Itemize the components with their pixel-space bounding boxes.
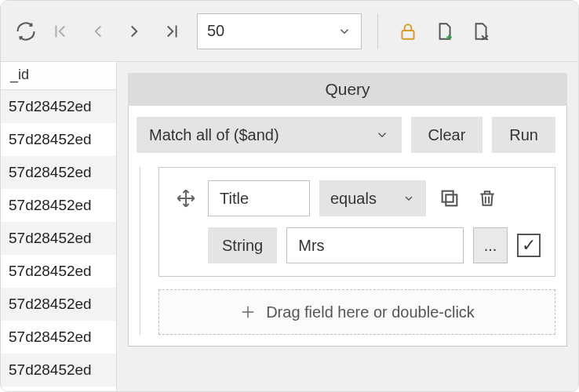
add-document-icon[interactable] xyxy=(430,17,458,45)
delete-icon[interactable] xyxy=(473,184,501,212)
page-size-select[interactable]: 50 xyxy=(197,13,362,49)
table-row[interactable]: 57d28452ed xyxy=(1,123,116,156)
table-row[interactable]: 57d28452ed xyxy=(1,288,116,321)
value-input[interactable]: Mrs xyxy=(286,227,464,263)
query-rule: Title equals xyxy=(158,167,555,277)
duplicate-icon[interactable] xyxy=(435,184,464,212)
refresh-icon[interactable] xyxy=(12,17,40,45)
match-mode-select[interactable]: Match all of ($and) xyxy=(137,117,402,153)
tree-rail xyxy=(137,167,152,335)
operator-label: equals xyxy=(330,190,377,208)
page-size-value: 50 xyxy=(207,22,224,40)
value-type-badge[interactable]: String xyxy=(208,227,277,263)
check-icon: ✓ xyxy=(522,235,536,256)
table-row[interactable]: 57d28452ed xyxy=(1,222,116,255)
table-row[interactable]: 57d28452ed xyxy=(1,255,116,288)
chevron-down-icon xyxy=(337,24,351,38)
data-grid: _id 57d28452ed 57d28452ed 57d28452ed 57d… xyxy=(1,62,117,391)
plus-icon xyxy=(239,303,257,321)
svg-rect-8 xyxy=(442,191,453,202)
operator-select[interactable]: equals xyxy=(319,180,426,216)
clear-button[interactable]: Clear xyxy=(411,117,483,153)
query-panel: Query Match all of ($and) Clear Run xyxy=(117,62,578,391)
run-button[interactable]: Run xyxy=(492,117,555,153)
table-row[interactable]: 57d28452ed xyxy=(1,156,116,189)
last-page-icon[interactable] xyxy=(156,17,184,45)
drop-field-zone[interactable]: Drag field here or double-click xyxy=(158,289,555,335)
match-mode-label: Match all of ($and) xyxy=(149,126,279,144)
more-options-button[interactable]: ... xyxy=(473,227,508,263)
toolbar-divider xyxy=(377,14,378,49)
chevron-down-icon xyxy=(375,128,389,142)
chevron-down-icon xyxy=(402,192,415,205)
code-document-icon[interactable] xyxy=(466,17,494,45)
column-header-id[interactable]: _id xyxy=(1,62,116,90)
drop-hint-text: Drag field here or double-click xyxy=(266,303,475,321)
table-row[interactable]: 57d28452ed xyxy=(1,354,116,387)
prev-page-icon[interactable] xyxy=(84,17,112,45)
toolbar: 50 xyxy=(1,1,578,62)
table-row[interactable]: 57d28452ed xyxy=(1,90,116,123)
next-page-icon[interactable] xyxy=(120,17,148,45)
move-handle-icon[interactable] xyxy=(173,186,198,211)
grid-body: 57d28452ed 57d28452ed 57d28452ed 57d2845… xyxy=(1,90,116,391)
svg-rect-7 xyxy=(446,194,457,205)
rule-enabled-checkbox[interactable]: ✓ xyxy=(517,234,541,257)
lock-icon[interactable] xyxy=(394,17,422,45)
first-page-icon[interactable] xyxy=(48,17,76,45)
svg-rect-2 xyxy=(402,30,413,38)
field-name-input[interactable]: Title xyxy=(208,180,310,216)
table-row[interactable]: 57d28452ed xyxy=(1,189,116,222)
query-panel-title: Query xyxy=(128,73,567,106)
table-row[interactable]: 57d28452ed xyxy=(1,321,116,354)
